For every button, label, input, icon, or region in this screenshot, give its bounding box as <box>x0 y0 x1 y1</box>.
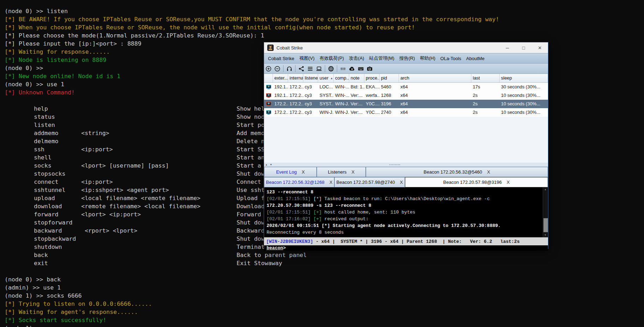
beacon-status-bar: [WIN-J2B9EIUKEN3] - x64 | SYSTEM * | 319… <box>264 237 548 245</box>
tab-close-icon[interactable]: X <box>507 180 510 185</box>
cell-arch: x64 <box>399 100 471 108</box>
list-icon[interactable] <box>306 64 315 73</box>
terminal-text: [*] Waiting for agent's response...... <box>5 308 138 316</box>
beacon-row-selected[interactable]: 172.2... 172.2... cy3 SYST... WIN-J... V… <box>264 100 548 108</box>
terminal-line: (admin) >> use 1 <box>0 284 644 292</box>
tab-label: Beacon 172.20.56.32@1268 <box>266 180 324 185</box>
prompt-symbol: > <box>283 245 286 251</box>
splitter-down-icon[interactable]: ▼ <box>269 163 273 167</box>
globe-icon[interactable] <box>327 64 335 73</box>
tab-beacon-1268[interactable]: Beacon 172.20.56.32@1268X <box>264 177 334 187</box>
tab-beacon-2740[interactable]: Beacon 172.20.57.98@2740X <box>334 177 405 187</box>
beacon-row[interactable]: 192.1... 172.2... cy3 SYST... WIN-... Ve… <box>264 91 548 100</box>
laptop-icon[interactable] <box>315 64 323 73</box>
menu-ola-tools[interactable]: OLa-Tools <box>438 56 464 61</box>
cell-last: 2s <box>471 100 500 108</box>
command-name: shutdown <box>34 243 62 251</box>
tab-close-icon[interactable]: X <box>487 169 490 175</box>
menu-cobalt-strike[interactable]: Cobalt Strike <box>264 56 297 61</box>
terminal-text: (node 0) >> listen <box>5 7 68 15</box>
beacon-row[interactable]: 192.1... 172.2... cy3 LOC... WIN-... Bid… <box>264 83 548 91</box>
minus-circle-icon[interactable] <box>273 64 282 73</box>
column-header-last[interactable]: last <box>471 74 500 82</box>
menu-aboutme[interactable]: AboutMe <box>464 56 487 61</box>
tab-beacon-5460[interactable]: Beacon 172.20.56.32@5460X <box>366 167 548 177</box>
maximize-button[interactable]: □ <box>515 42 532 53</box>
command-args: <ip:sshport> <agent port> <box>81 186 169 194</box>
command-name: stopforward <box>34 218 72 227</box>
command-name: stopbackward <box>34 235 76 243</box>
scrollbar-thumb[interactable] <box>543 218 548 232</box>
column-header-computer[interactable]: comp... <box>334 74 349 82</box>
column-header-icon[interactable] <box>264 74 273 82</box>
menu-attacks[interactable]: 攻击(A) <box>346 55 366 62</box>
terminal-prompt-line[interactable]: (node 1) >> <box>0 324 644 327</box>
tab-beacon-3196-active[interactable]: Beacon 172.20.57.98@3196X <box>405 177 548 187</box>
terminal-text: [*] When you choose IPTables Reuse or SO… <box>5 23 415 31</box>
menu-view[interactable]: 视图(V) <box>297 55 317 62</box>
ellipsis-icon[interactable] <box>339 64 347 73</box>
console-text: 2026/02/01 09:15:51 [*] Starting agent n… <box>267 223 501 228</box>
column-header-user[interactable]: user▲ <box>318 74 334 82</box>
column-header-internal[interactable]: internal <box>288 74 303 82</box>
terminal-text: (node 1) >> socks 6666 <box>5 292 82 300</box>
command-name: backward <box>34 227 62 235</box>
scroll-up-icon[interactable]: ▲ <box>543 187 548 192</box>
tab-close-icon[interactable]: X <box>400 180 403 185</box>
tab-label: Beacon 172.20.57.98@2740 <box>336 180 395 185</box>
beacon-row[interactable]: 172.2... 172.2... cy3 WIN-J... WIN-J... … <box>264 108 548 117</box>
console-text: 123 --reconnect 8 <box>267 189 314 195</box>
column-header-sleep[interactable]: sleep <box>500 74 548 82</box>
tab-close-icon[interactable]: X <box>329 180 333 185</box>
column-header-process[interactable]: proce... <box>364 74 380 82</box>
minimize-button[interactable]: ─ <box>499 42 515 53</box>
cell-user: SYST... <box>318 100 334 108</box>
beacon-prompt[interactable]: beacon> <box>264 245 548 251</box>
beacon-icon <box>266 110 272 115</box>
window-titlebar[interactable]: Cobalt Strike ─ □ ✕ <box>264 42 548 53</box>
camera-icon[interactable] <box>365 64 374 73</box>
column-header-note[interactable]: note <box>349 74 364 82</box>
plus-circle-icon[interactable] <box>264 64 273 73</box>
command-help-row: backBack to parent panel <box>0 251 644 259</box>
tab-listeners[interactable]: ListenersX <box>317 167 366 177</box>
table-empty-area <box>264 117 548 163</box>
terminal-text: [*] Please choose the mode(1.Normal pass… <box>5 31 264 40</box>
close-button[interactable]: ✕ <box>532 42 548 53</box>
command-desc: Backward <box>237 227 264 235</box>
command-desc: Shut dow <box>237 218 264 227</box>
splitter-up-icon[interactable]: ▲ <box>264 163 269 167</box>
toolbar-separator <box>295 65 296 72</box>
menu-help[interactable]: 帮助(H) <box>417 55 438 62</box>
tab-event-log[interactable]: Event LogX <box>264 167 317 177</box>
menu-site-management[interactable]: 站点管理(M) <box>366 55 397 62</box>
menu-reporting[interactable]: 报告(R) <box>397 55 417 62</box>
tab-close-icon[interactable]: X <box>302 169 305 175</box>
command-name: addmemo <box>34 129 59 137</box>
column-header-arch[interactable]: arch <box>399 74 471 82</box>
share-icon[interactable] <box>297 64 306 73</box>
window-title: Cobalt Strike <box>276 45 303 51</box>
cloud-download-icon[interactable] <box>347 64 356 73</box>
beacon-table-header: exter... internal listener user▲ comp...… <box>264 74 548 83</box>
keyboard-icon[interactable] <box>356 64 365 73</box>
toolbar-separator <box>325 65 325 72</box>
column-header-external[interactable]: exter... <box>273 74 288 82</box>
terminal-text: [*] Please input the [ip:]<port> : 8889 <box>5 40 141 48</box>
headset-icon[interactable] <box>285 64 294 73</box>
tab-close-icon[interactable]: X <box>352 169 355 175</box>
command-name: exit <box>34 259 48 267</box>
terminal-text: [*] Waiting for response...... <box>5 48 110 56</box>
column-header-listener[interactable]: listener <box>303 74 318 82</box>
cobalt-strike-window: Cobalt Strike ─ □ ✕ Cobalt Strike 视图(V) … <box>264 42 548 249</box>
beacon-console[interactable]: 123 --reconnect 8 [02/01 17:15:51] [*] T… <box>264 187 548 237</box>
cell-sleep: 10 seconds (30%... <box>500 100 548 108</box>
pane-splitter[interactable]: ▲ ▼ <box>264 163 548 167</box>
scroll-down-icon[interactable]: ▼ <box>543 233 548 237</box>
cell-note: Ver:... <box>349 100 364 108</box>
console-scrollbar[interactable]: ▲ ▼ <box>543 187 548 237</box>
menu-payloads[interactable]: 有效载荷(P) <box>317 55 346 62</box>
column-header-pid[interactable]: pid <box>380 74 399 82</box>
tab-bar-bottom: Beacon 172.20.56.32@1268X Beacon 172.20.… <box>264 177 548 187</box>
splitter-grip[interactable] <box>389 164 400 165</box>
